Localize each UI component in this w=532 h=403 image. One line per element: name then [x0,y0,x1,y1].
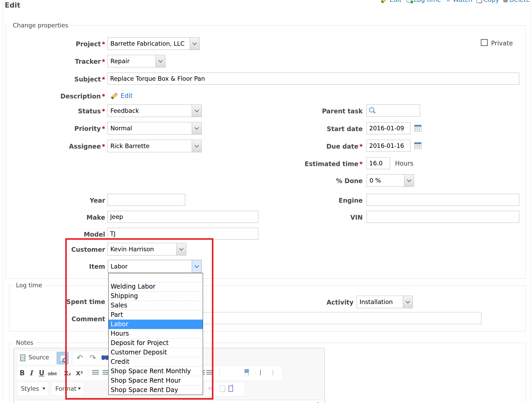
log-time-action-label: Log time [414,0,441,3]
dropdown-option[interactable]: Deposit for Project [109,338,203,348]
percent-done-label: % Done [247,177,363,185]
priority-label: Priority* [15,125,105,132]
dropdown-option[interactable]: Welding Labor [109,282,203,291]
estimated-time-input[interactable] [367,157,390,169]
styles-dropdown[interactable]: Styles [17,382,48,396]
toolbar-separator [88,369,88,377]
document-preview-icon [60,355,65,361]
insert-table-icon[interactable] [260,370,261,375]
insert-image-icon[interactable] [248,370,249,375]
dropdown-option[interactable]: Credit [109,357,203,367]
estimated-time-label: Estimated time* [247,160,363,168]
chevron-down-icon[interactable] [192,105,201,117]
dropdown-option[interactable]: Sales [109,301,203,310]
description-edit-link[interactable]: Edit [121,92,133,100]
dropdown-option[interactable]: Part [109,310,203,320]
priority-select[interactable]: Normal [107,122,202,135]
undo-button[interactable]: ↶ [76,354,83,362]
superscript-button[interactable]: X² [76,370,83,377]
customer-value: Kevin Harrison [110,246,154,253]
chevron-down-icon[interactable] [192,140,201,152]
numbered-list-icon[interactable] [92,370,99,375]
engine-input[interactable] [367,194,519,206]
year-input[interactable] [107,194,185,206]
dropdown-option[interactable]: Hours [109,329,203,338]
italic-button[interactable]: I [29,369,33,377]
percent-done-value: 0 % [369,177,381,184]
chevron-down-icon[interactable] [176,243,186,255]
dropdown-option-selected[interactable]: Labor [109,320,203,329]
format-dropdown[interactable]: Format [51,382,84,396]
priority-value: Normal [110,125,132,132]
bold-button[interactable]: B [20,369,25,377]
start-date-input[interactable] [367,122,410,134]
tracker-select[interactable]: Repair [107,55,165,67]
item-select[interactable]: Labor [108,260,202,273]
make-input[interactable] [107,211,258,223]
vin-label: VIN [247,214,363,221]
project-label: Project* [15,40,105,48]
cut-icon[interactable]: ✂ [208,384,214,393]
chevron-down-icon[interactable] [192,260,201,273]
chevron-down-icon[interactable] [156,55,165,67]
chevron-down-icon[interactable] [190,38,199,50]
comment-label: Comment [15,316,105,323]
pencil-icon [381,0,388,3]
horizontal-rule-icon[interactable] [273,370,273,375]
dropdown-option[interactable]: Shop Space Rent Day [109,386,203,395]
model-input[interactable] [107,228,258,240]
assignee-select[interactable]: Rick Barrette [107,140,202,152]
activity-select[interactable]: Installation [357,296,413,308]
subscript-button[interactable]: X₂ [64,370,71,377]
chevron-down-icon[interactable] [192,122,201,134]
notes-editing-area[interactable] [14,400,324,403]
tracker-value: Repair [110,58,130,65]
preview-button[interactable] [57,352,69,364]
star-icon: ★ [445,0,451,2]
delete-action-link[interactable]: Delete [503,0,530,3]
watch-action-link[interactable]: ★ Watch [445,0,472,3]
issue-action-links: Edit Log time ★ Watch Copy Delete [381,0,530,3]
scroll-up-icon[interactable]: ⌃ [316,401,320,403]
vin-input[interactable] [367,211,519,223]
dropdown-option[interactable] [109,273,203,282]
project-select[interactable]: Barrette Fabrication, LLC [107,37,200,50]
parent-task-label: Parent task [247,108,363,115]
parent-task-input[interactable] [367,104,420,116]
customer-select[interactable]: Kevin Harrison [107,243,186,255]
chevron-down-icon [42,388,45,390]
private-label: Private [491,40,513,47]
private-checkbox[interactable] [481,39,488,46]
start-date-label: Start date [247,125,363,133]
chevron-down-icon[interactable] [404,174,414,186]
dropdown-option[interactable]: Shipping [109,291,203,301]
strikethrough-button[interactable]: abc [48,370,57,377]
copy-icon[interactable] [219,385,225,392]
percent-done-select[interactable]: 0 % [367,174,414,187]
due-date-input[interactable] [367,140,410,152]
status-select[interactable]: Feedback [107,104,202,117]
item-label: Item [15,263,105,270]
log-time-action-link[interactable]: Log time [406,0,441,3]
calendar-icon[interactable] [414,142,421,149]
log-time-fieldset [9,285,526,331]
underline-button[interactable]: U [39,369,44,377]
dropdown-option[interactable]: Shop Space Rent Monthly [109,367,203,376]
log-time-legend: Log time [14,282,44,289]
redo-button[interactable]: ↷ [89,354,96,362]
activity-value: Installation [360,299,393,305]
calendar-icon[interactable] [414,125,421,131]
source-button[interactable]: Source [28,354,49,361]
subject-input[interactable] [107,73,519,85]
dropdown-option[interactable]: Customer Deposit [109,348,203,357]
item-dropdown-list: Welding Labor Shipping Sales Part Labor … [108,273,203,395]
chevron-down-icon[interactable] [403,296,413,308]
copy-action-link[interactable]: Copy [476,0,499,3]
edit-action-link[interactable]: Edit [381,0,402,3]
customer-label: Customer [15,246,105,253]
paste-icon[interactable] [232,384,232,390]
dropdown-option[interactable]: Shop Space Rent Hour [109,376,203,386]
justify-block-icon[interactable] [206,370,213,375]
search-icon [369,107,374,113]
item-value: Labor [111,263,128,270]
